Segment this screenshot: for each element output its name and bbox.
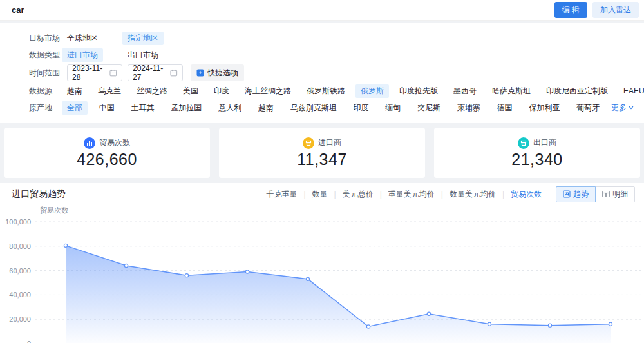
filter-option[interactable]: 印度 [348,101,374,115]
data-point[interactable] [488,322,491,326]
filter-option[interactable]: 出口市场 [122,48,164,62]
stat-card-exporters: 出口商 21,340 [434,128,640,178]
filter-option[interactable]: 乌兹别克斯坦 [285,101,342,115]
data-point[interactable] [427,312,430,315]
area-fill [66,246,611,343]
filter-option[interactable]: 进口市场 [62,48,103,62]
metric-divider: | [334,190,336,199]
data-point[interactable] [609,322,612,326]
filter-row-data-source: 数据源 越南乌克兰丝绸之路美国印度海上丝绸之路俄罗斯铁路俄罗斯印度抢先版墨西哥哈… [0,83,634,99]
filter-option[interactable]: 印度 [209,84,234,98]
edit-button[interactable]: 编 辑 [554,2,587,18]
more-label: 更多 [611,103,627,113]
filter-row-time-range: 时间范围 2023-11-28 2024-11-27 快捷选项 [0,63,634,83]
filter-option[interactable]: 哈萨克斯坦 [487,84,536,98]
filter-option[interactable]: 葡萄牙 [571,101,605,115]
filter-option[interactable]: 指定地区 [122,32,164,45]
filter-option[interactable]: 俄罗斯 [355,84,389,98]
start-date-value: 2023-11-28 [72,64,109,82]
start-date-input[interactable]: 2023-11-28 [67,64,122,81]
data-point[interactable] [245,270,249,273]
data-source-options: 越南乌克兰丝绸之路美国印度海上丝绸之路俄罗斯铁路俄罗斯印度抢先版墨西哥哈萨克斯坦… [62,84,644,98]
trend-view-label: 趋势 [573,189,589,200]
chevron-down-icon [629,106,634,110]
table-icon [602,190,610,198]
y-tick-label: 100,000 [5,218,31,226]
filter-option[interactable]: 中国 [94,101,120,115]
filter-option[interactable]: 缅甸 [380,101,406,115]
bar-chart-icon [84,137,95,149]
filter-row-target-market: 目标市场 全球地区指定地区 [0,30,634,46]
filter-option[interactable]: 印度抢先版 [394,84,443,98]
topbar-actions: 编 辑 加入雷达 [554,2,639,18]
stat-cards: 贸易次数 426,660 进口商 11,347 出口商 21,340 [0,122,644,178]
stat-value: 11,347 [297,150,347,169]
filter-option[interactable]: 乌克兰 [93,84,126,98]
y-tick-label: 40,000 [9,291,31,299]
filter-option[interactable]: 孟加拉国 [166,101,207,115]
filter-option[interactable]: 美国 [178,84,204,98]
data-type-label: 数据类型 [0,50,62,61]
metric-divider: | [502,190,504,199]
data-point[interactable] [366,325,370,328]
trend-chart-panel: 进口贸易趋势 千克重量|数量|美元总价|重量美元均价|数量美元均价|贸易次数 趋… [0,183,644,343]
filter-option[interactable]: EAEU(哈萨克斯坦) [618,84,644,98]
target-market-label: 目标市场 [0,33,62,44]
metric-option[interactable]: 数量美元均价 [450,189,496,200]
data-point[interactable] [306,277,309,280]
calendar-icon [109,69,117,77]
end-date-input[interactable]: 2024-11-27 [128,64,183,81]
data-point[interactable] [548,324,551,327]
chart-view-toggle-group: 趋势 明细 [556,186,635,202]
quick-options-button[interactable]: 快捷选项 [191,64,244,81]
stat-card-importers: 进口商 11,347 [219,128,425,178]
y-axis-label: 贸易次数 [40,206,68,214]
metric-option[interactable]: 千克重量 [266,189,297,200]
filter-option[interactable]: 土耳其 [126,101,160,115]
filter-panel: 目标市场 全球地区指定地区 数据类型 进口市场出口市场 时间范围 2023-11… [0,23,644,122]
filter-option[interactable]: 越南 [253,101,279,115]
chart-header: 进口贸易趋势 千克重量|数量|美元总价|重量美元均价|数量美元均价|贸易次数 趋… [0,183,644,205]
metric-option[interactable]: 美元总价 [343,189,374,200]
origin-options: 全部中国土耳其孟加拉国意大利越南乌兹别克斯坦印度缅甸突尼斯柬埔寨德国保加利亚葡萄… [62,101,634,115]
trend-area-chart: 贸易次数020,00040,00060,00080,000100,0002023… [0,205,644,343]
filter-option[interactable]: 海上丝绸之路 [240,84,296,98]
data-point[interactable] [64,244,67,247]
metric-divider: | [380,190,382,199]
data-point[interactable] [124,264,128,267]
detail-view-label: 明细 [612,189,628,200]
filter-option[interactable]: 意大利 [213,101,247,115]
add-to-radar-button[interactable]: 加入雷达 [592,2,639,18]
filter-row-data-type: 数据类型 进口市场出口市场 [0,46,634,63]
metric-option[interactable]: 数量 [312,189,328,200]
data-point[interactable] [185,274,188,277]
filter-option[interactable]: 突尼斯 [412,101,446,115]
filter-option[interactable]: 全部 [62,101,88,115]
metric-option[interactable]: 贸易次数 [511,189,542,200]
stat-label: 贸易次数 [99,137,130,148]
target-market-options: 全球地区指定地区 [62,32,164,45]
more-link[interactable]: 更多 [611,103,634,113]
chart-title: 进口贸易趋势 [12,188,66,200]
filter-option[interactable]: 越南 [62,84,88,98]
origin-label: 原产地 [0,103,62,113]
filter-option[interactable]: 德国 [492,101,518,115]
metric-option[interactable]: 重量美元均价 [388,189,435,200]
chart-metric-row: 千克重量|数量|美元总价|重量美元均价|数量美元均价|贸易次数 趋势 明细 [266,186,635,202]
filter-option[interactable]: 印度尼西亚定制版 [541,84,613,98]
stat-value: 426,660 [77,150,137,169]
trend-view-button[interactable]: 趋势 [556,186,596,202]
detail-view-button[interactable]: 明细 [595,186,635,202]
filter-option[interactable]: 全球地区 [62,32,103,45]
page-title: car [12,5,24,15]
filter-option[interactable]: 俄罗斯铁路 [301,84,350,98]
filter-option[interactable]: 墨西哥 [448,84,482,98]
quick-options-icon [196,69,204,77]
filter-option[interactable]: 柬埔寨 [452,101,486,115]
filter-option[interactable]: 丝绸之路 [131,84,173,98]
filter-option[interactable]: 保加利亚 [524,101,565,115]
stat-value: 21,340 [511,150,562,169]
stat-label: 出口商 [533,137,556,148]
y-tick-label: 60,000 [9,267,31,275]
trend-chart-svg: 贸易次数020,00040,00060,00080,000100,0002023… [0,205,644,343]
